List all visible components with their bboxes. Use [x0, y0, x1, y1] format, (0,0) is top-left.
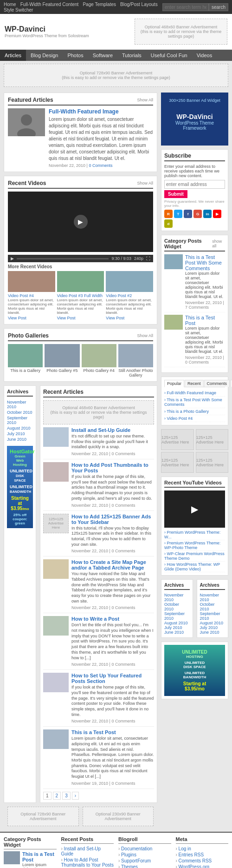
top-search-button[interactable]: search — [209, 3, 228, 11]
tab-archives[interactable]: Archives — [230, 380, 232, 387]
article-thumb-4 — [43, 559, 69, 579]
arch2-item-3: September 2010 — [200, 611, 226, 621]
featured-articles-show-all[interactable]: Show All — [137, 98, 153, 102]
article-title-6[interactable]: How to Set Up Your Featured Posts Sectio… — [71, 673, 142, 684]
top-nav-style-switcher[interactable]: Style Switcher — [4, 7, 33, 13]
article-title-5[interactable]: How to Write a Post — [71, 616, 119, 622]
article-excerpt-2: If you look at the home page of this sit… — [71, 474, 154, 501]
video-progress-bar[interactable] — [17, 258, 109, 259]
nav-blog-design[interactable]: Blog Design — [26, 50, 63, 61]
footer-blogroll-heading: Blogroll — [118, 836, 171, 844]
digg-icon[interactable]: d — [164, 219, 173, 228]
video-thumb-img-3 — [106, 271, 153, 292]
google-icon[interactable]: G — [193, 210, 202, 218]
cat-post-1: This is a Test Post With Some Comments L… — [164, 254, 225, 312]
footer-widget-meta: Meta Log in Entries RSS Comments RSS Wor… — [176, 836, 229, 868]
featured-post-title[interactable]: Full-Width Featured Image — [49, 108, 119, 115]
recent-videos-heading: Recent Videos Show All — [8, 180, 153, 189]
top-nav-home[interactable]: Home — [4, 2, 16, 7]
page-3[interactable]: 3 — [62, 792, 71, 800]
popular-tabs: Popular Recent Comments Archives — [164, 380, 225, 387]
linkedin-icon[interactable]: in — [203, 210, 212, 218]
nav-photos[interactable]: Photos — [63, 50, 88, 61]
nav-useful[interactable]: Useful Cool Fun — [146, 50, 192, 61]
rss-icon[interactable]: R — [164, 210, 173, 218]
article-excerpt-5: Don't let the title of this post fool yo… — [71, 623, 154, 661]
category-posts-more[interactable]: show all — [212, 239, 225, 248]
gallery-item-3: Photo Gallery #4 — [82, 344, 116, 378]
nav-articles[interactable]: Articles — [0, 50, 26, 61]
video-thumb-desc-3: Lorem ipsum dolor sit amet, consectetuer… — [106, 298, 153, 315]
featured-post-thumbnail — [8, 108, 45, 136]
top-nav-fullwidth[interactable]: Full-Width Featured Content — [20, 2, 79, 7]
tab-recent[interactable]: Recent — [185, 380, 204, 387]
twitter-icon[interactable]: T — [174, 210, 182, 218]
video-thumb-viewpost-3[interactable]: View Post — [106, 316, 124, 320]
video-thumb-viewpost-1[interactable]: View Post — [8, 316, 26, 320]
archive-item: July 2010 — [7, 431, 33, 437]
article-item-2: How to Add Post Thumbnails to Your Posts… — [43, 462, 154, 510]
tab-popular[interactable]: Popular — [164, 380, 184, 387]
recent-videos-title: Recent Videos — [8, 180, 46, 186]
article-meta-1: November 22, 2010 | 0 Comments — [71, 451, 154, 456]
meta-2: Entries RSS — [176, 852, 229, 858]
article-thumb-7 — [43, 729, 69, 749]
cat-post-title-1[interactable]: This is a Test Post With Some Comments — [185, 254, 222, 271]
footer-widgets: Category Posts Widget This is a Test Pos… — [0, 832, 232, 868]
site-title-area: WP-Davinci Premium WordPress Theme from … — [5, 25, 89, 38]
sidebar: 300×250 Banner Ad Widget WP-DaVinci Word… — [161, 93, 228, 829]
nav-tutorials[interactable]: Tutorials — [117, 50, 146, 61]
featured-post-excerpt: Lorem ipsum dolor sit amet, consectetuer… — [49, 116, 153, 162]
video-play-button[interactable]: ▶ — [74, 215, 88, 229]
cat-post-excerpt-2: Lorem ipsum dolor sit amet, consectetuer… — [185, 326, 225, 354]
youtube-icon[interactable]: ▶ — [213, 210, 221, 218]
article-title-2[interactable]: How to Add Post Thumbnails to Your Posts — [71, 462, 148, 473]
facebook-icon[interactable]: f — [184, 210, 192, 218]
photo-galleries-show-all[interactable]: Show All — [137, 333, 153, 338]
popular-item-1: Full-Width Featured Image — [164, 390, 225, 397]
recent-videos-show-all[interactable]: Show All — [137, 181, 153, 186]
youtube-video-thumb[interactable]: ▶ — [164, 490, 225, 528]
blogroll-3: SupportForum — [118, 858, 171, 864]
gallery-item-2: Photo Gallery #5 — [45, 344, 79, 378]
video-play-icon[interactable]: ▶ — [11, 256, 14, 261]
archive-item: November 2010 — [7, 399, 33, 410]
article-title-7[interactable]: This is a Test Post — [71, 729, 116, 735]
top-nav-blog-layouts[interactable]: Blog/Post Layouts — [120, 2, 158, 7]
page-next[interactable]: › — [72, 792, 79, 800]
photo-galleries-heading: Photo Galleries Show All — [8, 332, 153, 341]
nav-videos[interactable]: Videos — [192, 50, 217, 61]
article-title-3[interactable]: How to Add 125×125 Banner Ads to Your Si… — [71, 514, 151, 525]
featured-post-meta: November 22, 2010 | 0 Comments — [49, 163, 153, 168]
arch1-item-1: November 2010 — [164, 593, 190, 602]
article-thumb-5 — [43, 616, 69, 636]
banner-468-small: Optional 468x60 Banner Advertisement (th… — [43, 400, 154, 424]
hosting-sidebar-ad: UNLIMITED HOSTING UNLIMITEDDISK SPACE UN… — [161, 642, 228, 699]
video-thumb-viewpost-2[interactable]: View Post — [57, 316, 76, 320]
category-posts-heading: Category Posts Widget show all — [164, 238, 225, 252]
top-nav-page-templates[interactable]: Page Templates — [83, 2, 116, 7]
top-search-input[interactable] — [162, 3, 209, 11]
video-thumb-2: Video Post #3 Full Width Lorem ipsum dol… — [57, 271, 104, 320]
video-player[interactable]: ▶ — [8, 192, 153, 252]
recent-articles-heading: Recent Articles — [43, 389, 154, 398]
article-title-1[interactable]: Install and Set-Up Guide — [71, 427, 130, 433]
footer-post-title-1: This is a Test Post — [22, 851, 54, 862]
ad-box-3: 125×125 Advertise Here — [161, 452, 194, 473]
meta-4: WordPress.org — [176, 864, 229, 868]
subscribe-button[interactable]: Submit — [164, 190, 187, 198]
ad-box-4: 125×125 Advertise Here — [196, 452, 229, 473]
article-meta-7: November 19, 2010 | 0 Comments — [71, 781, 154, 786]
page-2[interactable]: 2 — [53, 792, 61, 800]
tab-comments[interactable]: Comments — [204, 380, 230, 387]
subscribe-email-input[interactable] — [164, 180, 225, 189]
article-title-4[interactable]: How to Create a Site Map Page and/or a T… — [71, 559, 146, 570]
video-thumb-title-3: Video Post #2 — [106, 293, 153, 298]
article-meta-3: November 22, 2010 | 0 Comments — [71, 549, 154, 553]
subscribe-text: Enter your email address to receive upda… — [164, 164, 225, 178]
nav-software[interactable]: Software — [88, 50, 117, 61]
video-fullscreen[interactable]: ⛶ — [146, 256, 150, 261]
pagination: 1 2 3 › — [43, 792, 154, 800]
featured-post-content: Full-Width Featured Image Lorem ipsum do… — [49, 108, 153, 168]
cat-post-title-2[interactable]: This is a Test Post — [185, 315, 215, 326]
